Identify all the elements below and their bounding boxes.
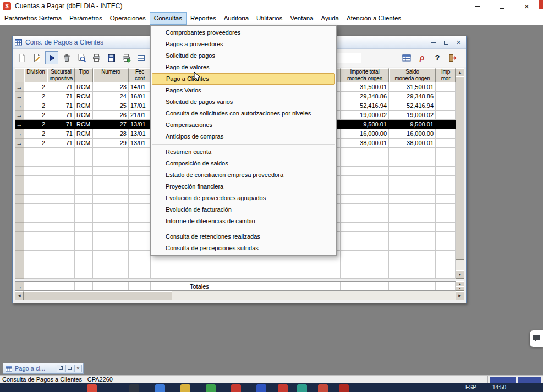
- grid-cell: [436, 120, 456, 129]
- scroll-up-button[interactable]: ▲: [456, 68, 464, 76]
- menu-item-estado-de-conciliacion-empresa-proveedora[interactable]: Estado de conciliacion empresa proveedor…: [151, 169, 336, 181]
- taskbar-language-indicator[interactable]: ESP: [465, 384, 476, 390]
- child-minimize-button[interactable]: [428, 38, 438, 47]
- taskbar-app-icon[interactable]: [87, 384, 97, 392]
- menubar-item-ventana[interactable]: Ventana: [286, 12, 317, 25]
- horizontal-scrollbar[interactable]: ◀ ▶: [15, 291, 464, 300]
- menu-item-resumen-cuenta[interactable]: Resúmen cuenta: [151, 146, 336, 158]
- minimized-window-pago-a-clientes[interactable]: Pago a cl... ✕: [3, 363, 84, 374]
- help-button[interactable]: ?: [431, 51, 444, 64]
- spin-up-button[interactable]: ▲: [456, 281, 464, 286]
- taskbar-app-icon[interactable]: [256, 384, 266, 392]
- export-grid-button[interactable]: [134, 51, 147, 64]
- grid-cell: [93, 269, 129, 279]
- print-setup-button[interactable]: [119, 51, 133, 64]
- menu-item-pagos-a-proveedores[interactable]: Pagos a proveedores: [151, 38, 336, 50]
- column-header-saldo[interactable]: Saldomoneda origen: [389, 68, 436, 82]
- taskbar-app-icon[interactable]: [278, 384, 288, 392]
- run-query-button[interactable]: [45, 51, 58, 64]
- app-icon[interactable]: $: [3, 2, 11, 10]
- menu-item-proyeccion-financiera[interactable]: Proyección financiera: [151, 181, 336, 192]
- print-button[interactable]: [90, 51, 103, 64]
- menu-item-composicion-de-saldos[interactable]: Composición de saldos: [151, 158, 336, 169]
- menu-item-pagos-varios[interactable]: Pagos Varios: [151, 85, 336, 96]
- vertical-scrollbar[interactable]: ▲ ▼: [456, 68, 464, 279]
- grid-row-empty[interactable]: [15, 260, 456, 269]
- vertical-scroll-thumb[interactable]: [456, 76, 464, 260]
- column-header-tipo[interactable]: Tipo: [75, 68, 93, 82]
- edit-record-button[interactable]: [30, 51, 43, 64]
- menu-item-anticipos-de-compras[interactable]: Anticipos de compras: [151, 131, 336, 142]
- child-restore-button[interactable]: [441, 38, 451, 47]
- menubar-item-ayuda[interactable]: Ayuda: [317, 12, 343, 25]
- scroll-left-button[interactable]: ◀: [15, 291, 24, 300]
- menu-item-compensaciones[interactable]: Compensaciones: [151, 119, 336, 131]
- delete-record-button[interactable]: [60, 51, 73, 64]
- taskbar-app-icon[interactable]: [155, 384, 165, 392]
- menu-item-comprobantes-proveedores[interactable]: Comprobantes proveedores: [151, 27, 336, 38]
- menubar-item-auditoria[interactable]: Auditoria: [220, 12, 253, 25]
- menu-item-evolucion-de-facturacion[interactable]: Evolución de facturación: [151, 204, 336, 216]
- grid-cell: [75, 176, 93, 185]
- scroll-down-button[interactable]: ▼: [456, 270, 464, 279]
- menubar-item-consultas[interactable]: Consultas: [150, 12, 187, 25]
- child-close-button[interactable]: ✕: [453, 38, 464, 47]
- menu-item-solicitud-de-pagos[interactable]: Solicitud de pagos: [151, 50, 336, 62]
- min-maximize-button[interactable]: [65, 365, 73, 372]
- menubar-item-parametros[interactable]: Parámetros: [65, 12, 106, 25]
- menu-item-evolucion-de-proveedores-agrupados[interactable]: Evolución de proveedores agrupados: [151, 192, 336, 204]
- column-header-numero[interactable]: Numero: [93, 68, 129, 82]
- horizontal-scroll-thumb[interactable]: [24, 291, 172, 300]
- grid-cell: [436, 129, 456, 139]
- menubar-item-utilitarios[interactable]: Utilitarios: [253, 12, 286, 25]
- taskbar-app-icon[interactable]: [339, 384, 349, 392]
- menubar-item-atencion-a-clientes[interactable]: Atención a Clientes: [343, 12, 405, 25]
- column-header-importe[interactable]: Importe totalmoneda origen: [341, 68, 389, 82]
- column-header-imp2[interactable]: Impmor: [436, 68, 456, 82]
- taskbar-app-icon[interactable]: [206, 384, 216, 392]
- taskbar-app-icon[interactable]: [318, 384, 328, 392]
- menu-item-informe-de-diferencias-de-cambio[interactable]: Informe de diferencias de cambio: [151, 216, 336, 227]
- grid-cell: 23: [93, 82, 129, 92]
- taskbar-clock[interactable]: 14:50: [492, 384, 506, 390]
- column-header-sucursal[interactable]: Sucursalimpositiva: [47, 68, 75, 82]
- table-view-button[interactable]: [400, 51, 413, 64]
- chat-overlay-button[interactable]: [530, 330, 543, 347]
- grid-cell: 29,348.86: [389, 92, 436, 101]
- maximize-button[interactable]: [490, 0, 514, 12]
- menu-item-consulta-de-solicitudes-con-autorizaciones-por-niveles[interactable]: Consulta de solicitudes con autorizacion…: [151, 108, 336, 119]
- scroll-right-button[interactable]: ▶: [456, 291, 464, 300]
- spin-down-button[interactable]: ▼: [456, 286, 464, 291]
- menubar-item-operaciones[interactable]: Operaciones: [106, 12, 150, 25]
- column-header-fecha[interactable]: Feccont: [129, 68, 151, 82]
- new-record-button[interactable]: [15, 51, 29, 64]
- grid-cell: [75, 260, 93, 269]
- grid-cell: [47, 251, 75, 260]
- taskbar-app-icon[interactable]: [297, 384, 307, 392]
- save-button[interactable]: [105, 51, 118, 64]
- grid-cell: 29: [93, 139, 129, 148]
- close-button[interactable]: ×: [514, 0, 539, 12]
- menubar-item-parametros-sistema[interactable]: Parámetros Sistema: [1, 12, 65, 25]
- filter-rho-button[interactable]: ρ: [415, 51, 429, 64]
- preview-button[interactable]: [75, 51, 88, 64]
- menubar-item-reportes[interactable]: Reportes: [187, 12, 220, 25]
- grid-cell: RCM: [75, 129, 93, 139]
- min-close-button[interactable]: ✕: [74, 365, 82, 372]
- grid-cell: [341, 148, 389, 157]
- minimize-button[interactable]: [465, 0, 490, 12]
- exit-button[interactable]: [446, 51, 459, 64]
- taskbar-app-icon[interactable]: [129, 384, 139, 392]
- menu-item-pago-a-clientes[interactable]: Pago a Clientes: [152, 73, 335, 85]
- grid-cell: [436, 241, 456, 251]
- grid-row-empty[interactable]: [15, 269, 456, 279]
- column-header-division[interactable]: Division: [24, 68, 47, 82]
- taskbar-app-icon[interactable]: [231, 384, 241, 392]
- taskbar-app-icon[interactable]: [180, 384, 190, 392]
- min-restore-button[interactable]: [57, 365, 64, 372]
- menu-item-consulta-de-percepciones-sufridas[interactable]: Consulta de percepciones sufridas: [151, 242, 336, 254]
- menu-item-solicitud-de-pagos-varios[interactable]: Solicitud de pagos varios: [151, 96, 336, 108]
- menu-item-pago-de-valores[interactable]: Pago de valores: [151, 62, 336, 73]
- menu-item-consulta-de-retenciones-realizadas[interactable]: Consulta de retenciones realizadas: [151, 231, 336, 242]
- grid-cell: [129, 232, 151, 241]
